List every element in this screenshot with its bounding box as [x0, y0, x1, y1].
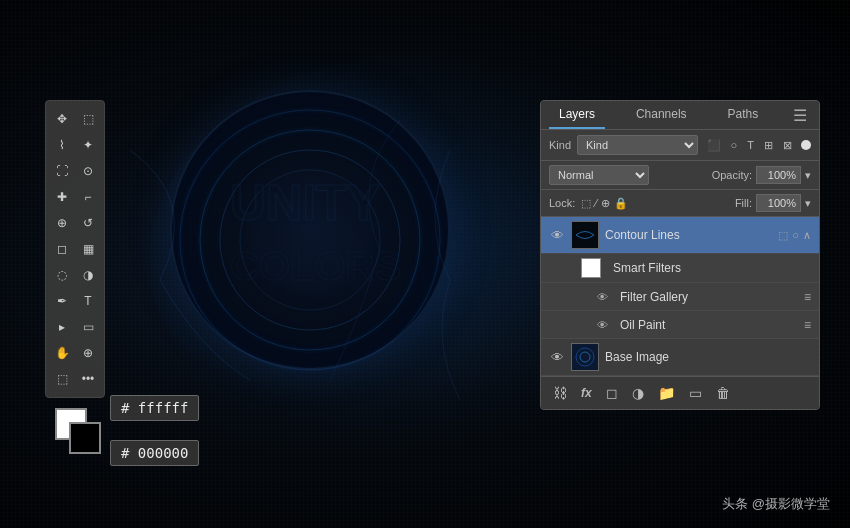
heal-tool[interactable]: ✚	[50, 185, 74, 209]
layer-visibility-contour[interactable]: 👁	[549, 227, 565, 243]
svg-text:COLORS: COLORS	[230, 244, 401, 288]
fill-value[interactable]: 100%	[756, 194, 801, 212]
toolbar: ✥ ⬚ ⌇ ✦ ⛶ ⊙ ✚ ⌐ ⊕ ↺ ◻ ▦ ◌ ◑ ✒ T ▸ ▭ ✋ ⊕ …	[45, 100, 105, 398]
blend-opacity-row: Normal Opacity: 100% ▾	[541, 161, 819, 190]
adjustment-filter-icon[interactable]: ○	[728, 137, 741, 154]
layer-icons-contour: ⬚ ○ ∧	[778, 229, 811, 242]
history-brush-tool[interactable]: ↺	[76, 211, 100, 235]
layer-name-base: Base Image	[605, 350, 811, 364]
fill-chevron[interactable]: ▾	[805, 197, 811, 210]
layer-thumb-contour	[571, 221, 599, 249]
kind-label: Kind	[549, 139, 571, 151]
oil-paint-item[interactable]: 👁 Oil Paint ≡	[541, 311, 819, 339]
fill-label: Fill:	[735, 197, 752, 209]
shape-tool[interactable]: ▭	[76, 315, 100, 339]
layer-item-base-image[interactable]: 👁 Base Image	[541, 339, 819, 376]
layer-fx-icon: ○	[792, 229, 799, 242]
delete-layer-icon[interactable]: 🗑	[712, 383, 734, 403]
visibility-filter-gallery[interactable]: 👁	[597, 291, 608, 303]
magic-wand-tool[interactable]: ✦	[76, 133, 100, 157]
hand-tool[interactable]: ✋	[50, 341, 74, 365]
tab-channels[interactable]: Channels	[626, 101, 697, 129]
background-color-swatch[interactable]	[69, 422, 101, 454]
adjustment-layer-icon[interactable]: ◑	[628, 383, 648, 403]
visibility-oil-paint[interactable]: 👁	[597, 319, 608, 331]
smart-filters-group[interactable]: Smart Filters	[541, 254, 819, 283]
blend-mode-select[interactable]: Normal	[549, 165, 649, 185]
oil-paint-settings-icon[interactable]: ≡	[804, 318, 811, 332]
layer-visibility-base[interactable]: 👁	[549, 349, 565, 365]
filter-icons: ⬛ ○ T ⊞ ⊠	[704, 137, 795, 154]
shape-filter-icon[interactable]: ⊞	[761, 137, 776, 154]
pen-tool[interactable]: ✒	[50, 289, 74, 313]
panel-menu-icon[interactable]: ☰	[789, 102, 811, 129]
opacity-value[interactable]: 100%	[756, 166, 801, 184]
dodge-tool[interactable]: ◑	[76, 263, 100, 287]
smart-filters-thumb	[581, 258, 601, 278]
type-tool[interactable]: T	[76, 289, 100, 313]
lock-position-icon[interactable]: ⊕	[601, 197, 610, 210]
lock-all-icon[interactable]: 🔒	[614, 197, 628, 210]
more-tools[interactable]: •••	[76, 367, 100, 391]
tab-paths[interactable]: Paths	[717, 101, 768, 129]
opacity-row: Opacity: 100% ▾	[712, 166, 811, 184]
link-layers-icon[interactable]: ⛓	[549, 383, 571, 403]
lock-icons: ⬚ ∕ ⊕ 🔒	[581, 197, 628, 210]
brush-tool[interactable]: ⌐	[76, 185, 100, 209]
zoom-tool[interactable]: ⊕	[76, 341, 100, 365]
lock-fill-row: Lock: ⬚ ∕ ⊕ 🔒 Fill: 100% ▾	[541, 190, 819, 217]
add-layer-style-icon[interactable]: fx	[577, 384, 596, 402]
gradient-tool[interactable]: ▦	[76, 237, 100, 261]
lock-paint-icon[interactable]: ∕	[595, 197, 597, 210]
smart-object-icon: ⬚	[778, 229, 788, 242]
eyedropper-tool[interactable]: ⊙	[76, 159, 100, 183]
lock-transparency-icon[interactable]: ⬚	[581, 197, 591, 210]
watermark: 头条 @摄影微学堂	[722, 495, 830, 513]
panel-tabs: Layers Channels Paths ☰	[541, 101, 819, 130]
new-layer-icon[interactable]: ▭	[685, 383, 706, 403]
smart-filter-icon[interactable]: ⊠	[780, 137, 795, 154]
fill-row: Fill: 100% ▾	[735, 194, 811, 212]
opacity-chevron[interactable]: ▾	[805, 169, 811, 182]
svg-point-1	[200, 130, 420, 350]
foreground-color-label[interactable]: # ffffff	[110, 395, 199, 421]
eraser-tool[interactable]: ◻	[50, 237, 74, 261]
3d-tool[interactable]: ⬚	[50, 367, 74, 391]
kind-filter-row: Kind Kind ⬛ ○ T ⊞ ⊠	[541, 130, 819, 161]
filter-gallery-item[interactable]: 👁 Filter Gallery ≡	[541, 283, 819, 311]
layers-panel: Layers Channels Paths ☰ Kind Kind ⬛ ○ T …	[540, 100, 820, 410]
svg-point-0	[180, 110, 440, 370]
tab-layers[interactable]: Layers	[549, 101, 605, 129]
move-tool[interactable]: ✥	[50, 107, 74, 131]
layer-name-contour: Contour Lines	[605, 228, 772, 242]
clone-tool[interactable]: ⊕	[50, 211, 74, 235]
pixel-filter-icon[interactable]: ⬛	[704, 137, 724, 154]
lasso-tool[interactable]: ⌇	[50, 133, 74, 157]
crop-tool[interactable]: ⛶	[50, 159, 74, 183]
panel-footer: ⛓ fx ◻ ◑ 📁 ▭ 🗑	[541, 376, 819, 409]
svg-text:UNITY: UNITY	[230, 175, 380, 231]
filter-gallery-label: Filter Gallery	[620, 290, 798, 304]
add-mask-icon[interactable]: ◻	[602, 383, 622, 403]
layers-list: 👁 Contour Lines ⬚ ○ ∧ Smart Filters 👁 Fi…	[541, 217, 819, 376]
background-color-label[interactable]: # 000000	[110, 440, 199, 466]
group-layers-icon[interactable]: 📁	[654, 383, 679, 403]
lock-label: Lock:	[549, 197, 575, 209]
smart-filters-label: Smart Filters	[613, 261, 811, 275]
oil-paint-label: Oil Paint	[620, 318, 798, 332]
opacity-label: Opacity:	[712, 169, 752, 181]
layer-item-contour-lines[interactable]: 👁 Contour Lines ⬚ ○ ∧	[541, 217, 819, 254]
marquee-tool[interactable]: ⬚	[76, 107, 100, 131]
kind-select[interactable]: Kind	[577, 135, 698, 155]
filter-gallery-settings-icon[interactable]: ≡	[804, 290, 811, 304]
layer-collapse-icon[interactable]: ∧	[803, 229, 811, 242]
blur-tool[interactable]: ◌	[50, 263, 74, 287]
layer-thumb-base	[571, 343, 599, 371]
type-filter-icon[interactable]: T	[744, 137, 757, 154]
path-select-tool[interactable]: ▸	[50, 315, 74, 339]
filter-dot	[801, 140, 811, 150]
